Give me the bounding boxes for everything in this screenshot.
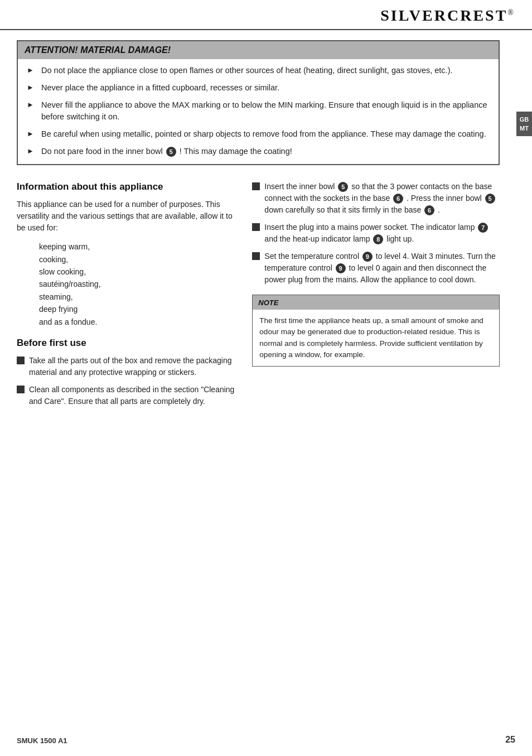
page-footer: SMUK 1500 A1 25 <box>17 735 515 745</box>
badge-r0-3: 5 <box>485 194 495 204</box>
usage-item-0: keeping warm, <box>39 240 239 253</box>
badge-r2-2: 9 <box>336 263 346 273</box>
usage-item-2: slow cooking, <box>39 266 239 278</box>
note-title: NOTE <box>258 298 278 307</box>
attention-body: ► Do not place the appliance close to op… <box>18 59 499 164</box>
sq-bullet-r1 <box>252 223 260 231</box>
bullet-arrow-3: ► <box>27 100 38 110</box>
attention-text-1: Do not place the appliance close to open… <box>41 65 453 76</box>
right-text-1: Insert the plug into a mains power socke… <box>264 221 500 245</box>
attention-item-1: ► Do not place the appliance close to op… <box>27 65 490 76</box>
attention-title: ATTENTION! MATERIAL DAMAGE! <box>25 45 171 55</box>
badge-5: 5 <box>166 147 176 157</box>
page-header: SilverCrest® <box>0 0 532 30</box>
model-number: SMUK 1500 A1 <box>17 736 67 745</box>
language-mt: MT <box>520 125 529 132</box>
usage-list: keeping warm, cooking, slow cooking, sau… <box>39 240 239 328</box>
sq-bullet-r2 <box>252 252 260 260</box>
badge-r1-1: 7 <box>478 223 488 233</box>
left-column: Information about this appliance This ap… <box>17 181 239 413</box>
brand-text: SilverCrest <box>380 7 507 24</box>
badge-r0-2: 6 <box>393 194 403 204</box>
attention-item-3: ► Never fill the appliance to above the … <box>27 99 490 123</box>
language-gb: GB <box>520 116 529 123</box>
attention-item-2: ► Never place the appliance in a fitted … <box>27 82 490 94</box>
usage-item-1: cooking, <box>39 253 239 266</box>
brand-registered: ® <box>507 8 515 17</box>
note-body: The first time the appliance heats up, a… <box>253 310 499 366</box>
bullet-arrow-5: ► <box>27 146 38 157</box>
attention-text-2: Never place the appliance in a fitted cu… <box>41 82 279 94</box>
badge-r0-4: 6 <box>424 205 434 215</box>
attention-text-4: Be careful when using metallic, pointed … <box>41 128 486 140</box>
attention-text-5: Do not pare food in the inner bowl 5 ! T… <box>41 146 292 157</box>
right-text-2: Set the temperature control 9 to level 4… <box>264 251 500 286</box>
usage-item-5: deep frying <box>39 303 239 315</box>
attention-item-5: ► Do not pare food in the inner bowl 5 !… <box>27 146 490 157</box>
note-box: NOTE The first time the appliance heats … <box>252 295 500 367</box>
two-column-section: Information about this appliance This ap… <box>17 181 500 413</box>
attention-text-3: Never fill the appliance to above the MA… <box>41 99 490 123</box>
sq-bullet-r0 <box>252 182 260 190</box>
brand-logo: SilverCrest® <box>380 7 515 25</box>
bullet-arrow-4: ► <box>27 129 38 139</box>
usage-item-3: sautéing/roasting, <box>39 278 239 290</box>
page-number: 25 <box>505 735 515 745</box>
before-item-1: Clean all components as described in the… <box>17 384 239 407</box>
info-body: This appliance can be used for a number … <box>17 199 239 234</box>
attention-box: ATTENTION! MATERIAL DAMAGE! ► Do not pla… <box>17 40 500 165</box>
attention-item-4: ► Be careful when using metallic, pointe… <box>27 128 490 140</box>
right-text-0: Insert the inner bowl 5 so that the 3 po… <box>264 181 500 216</box>
right-item-0: Insert the inner bowl 5 so that the 3 po… <box>252 181 500 216</box>
badge-r1-2: 8 <box>373 234 383 244</box>
right-item-1: Insert the plug into a mains power socke… <box>252 221 500 245</box>
badge-r0-1: 5 <box>338 182 348 192</box>
info-title: Information about this appliance <box>17 181 239 193</box>
bullet-arrow-1: ► <box>27 65 38 76</box>
note-header: NOTE <box>253 295 499 310</box>
usage-item-4: steaming, <box>39 291 239 303</box>
language-side-tab: GB MT <box>516 112 532 136</box>
badge-r2-1: 9 <box>362 252 373 262</box>
sq-bullet-1 <box>17 386 25 393</box>
before-title: Before first use <box>17 337 239 349</box>
attention-header: ATTENTION! MATERIAL DAMAGE! <box>18 41 499 59</box>
usage-item-6: and as a fondue. <box>39 316 239 328</box>
right-item-2: Set the temperature control 9 to level 4… <box>252 251 500 286</box>
sq-bullet-0 <box>17 357 25 364</box>
right-list: Insert the inner bowl 5 so that the 3 po… <box>252 181 500 286</box>
before-item-0: Take all the parts out of the box and re… <box>17 355 239 378</box>
before-list: Take all the parts out of the box and re… <box>17 355 239 407</box>
main-content: ATTENTION! MATERIAL DAMAGE! ► Do not pla… <box>0 30 532 424</box>
bullet-arrow-2: ► <box>27 83 38 93</box>
right-column: Insert the inner bowl 5 so that the 3 po… <box>252 181 500 413</box>
page-wrapper: SilverCrest® GB MT ATTENTION! MATERIAL D… <box>0 0 532 756</box>
